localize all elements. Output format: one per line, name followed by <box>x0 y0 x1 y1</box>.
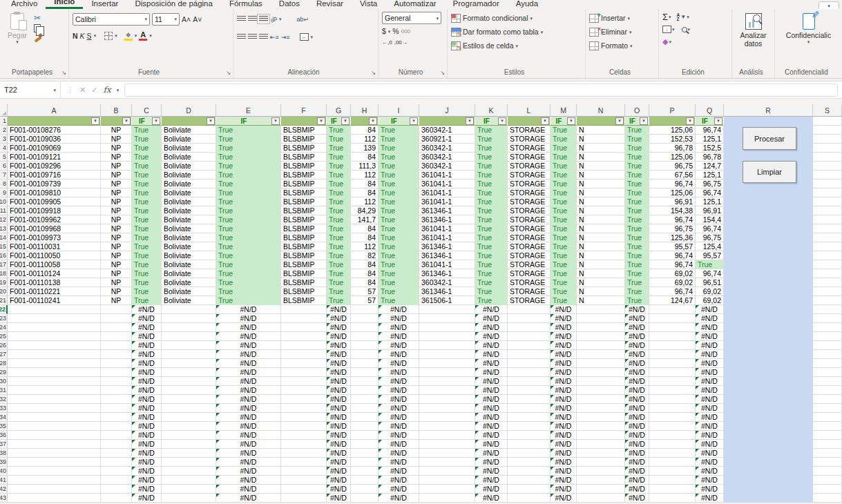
cell-C17[interactable]: True <box>132 260 162 269</box>
row-header-4[interactable]: 4 <box>0 144 8 153</box>
cell-O19[interactable]: True <box>625 278 649 287</box>
cell-M36[interactable]: #N/D <box>551 431 577 440</box>
cell-I39[interactable]: #N/D <box>379 458 419 467</box>
cell-K9[interactable]: True <box>475 188 508 197</box>
cell-J16[interactable]: 361346-1 <box>419 251 475 260</box>
cell-M32[interactable]: #N/D <box>551 395 577 404</box>
cell-P8[interactable]: 96,74 <box>649 180 696 188</box>
cell-B17[interactable]: NP <box>101 260 132 269</box>
cell-P13[interactable]: 96,75 <box>649 224 696 233</box>
cell-D22[interactable] <box>162 305 216 314</box>
filter-button-A[interactable]: ▼ <box>91 117 99 125</box>
cell-L38[interactable] <box>508 449 551 458</box>
cell-E10[interactable]: True <box>216 197 281 206</box>
cell-B23[interactable] <box>101 314 132 323</box>
cell-A18[interactable]: F001-00110124 <box>8 269 101 278</box>
cell-Q26[interactable]: #N/D <box>696 341 724 350</box>
cell-N10[interactable]: N <box>577 197 625 206</box>
cell-P5[interactable]: 125,06 <box>649 153 696 162</box>
ribbon-tab-inicio[interactable]: Inicio <box>46 0 83 9</box>
cell-H33[interactable] <box>351 404 379 413</box>
row-header-35[interactable]: 35 <box>0 422 8 431</box>
cell-H2[interactable]: 84 <box>351 126 379 135</box>
cell-L43[interactable] <box>508 494 551 503</box>
cell-C32[interactable]: #N/D <box>132 395 162 404</box>
orientation-icon[interactable]: ab <box>269 14 278 24</box>
cell-N17[interactable]: N <box>577 260 625 269</box>
cell-S4[interactable] <box>813 144 842 153</box>
cell-N34[interactable] <box>577 413 625 422</box>
cell-Q16[interactable]: 95,57 <box>696 251 724 260</box>
cell-M22[interactable]: #N/D <box>551 305 577 314</box>
cell-Q40[interactable]: #N/D <box>696 467 724 476</box>
cell-M2[interactable]: True <box>551 126 577 135</box>
cell-Q36[interactable]: #N/D <box>696 431 724 440</box>
cell-L13[interactable]: STORAGE <box>508 224 551 233</box>
cell-D31[interactable] <box>162 386 216 395</box>
cell-K30[interactable]: #N/D <box>475 377 508 386</box>
cell-O3[interactable]: True <box>625 135 649 144</box>
cell-G30[interactable]: #N/D <box>327 377 351 386</box>
cell-I18[interactable]: True <box>379 269 419 278</box>
cell-H3[interactable]: 112 <box>351 135 379 144</box>
cell-A4[interactable]: F001-00109069 <box>8 144 101 153</box>
cell-M43[interactable]: #N/D <box>551 494 577 503</box>
cell-Q14[interactable]: 96,75 <box>696 233 724 242</box>
cell-P30[interactable] <box>649 377 696 386</box>
cell-E43[interactable]: #N/D <box>216 494 281 503</box>
cell-J6[interactable]: 360342-1 <box>419 162 475 171</box>
header-cell-N[interactable]: ▼ <box>577 117 625 126</box>
currency-chevron-icon[interactable]: ▾ <box>388 29 391 34</box>
cell-Q2[interactable]: 96,74 <box>696 126 724 135</box>
cell-Q13[interactable]: 96,74 <box>696 224 724 233</box>
cell-B34[interactable] <box>101 413 132 422</box>
cell-K28[interactable]: #N/D <box>475 359 508 368</box>
cell-O6[interactable]: True <box>625 162 649 171</box>
cell-G21[interactable]: True <box>327 296 351 305</box>
cell-F8[interactable]: BLSBMIP <box>281 180 327 188</box>
cell-Q33[interactable]: #N/D <box>696 404 724 413</box>
cell-M5[interactable]: True <box>551 153 577 162</box>
cell-D29[interactable] <box>162 368 216 377</box>
column-header-R[interactable]: R <box>724 104 813 117</box>
cell-O25[interactable]: #N/D <box>625 332 649 341</box>
cell-Q6[interactable]: 124,7 <box>696 162 724 171</box>
cell-B25[interactable] <box>101 332 132 341</box>
cell-M37[interactable]: #N/D <box>551 440 577 449</box>
cell-S24[interactable] <box>813 323 842 332</box>
cell-M26[interactable]: #N/D <box>551 341 577 350</box>
cell-K41[interactable]: #N/D <box>475 476 508 485</box>
cell-A17[interactable]: F001-00110058 <box>8 260 101 269</box>
cell-G29[interactable]: #N/D <box>327 368 351 377</box>
cell-Q21[interactable]: 69,02 <box>696 296 724 305</box>
header-cell-O[interactable]: IF▼ <box>625 117 649 126</box>
filter-button-I[interactable]: ▼ <box>410 117 418 125</box>
cell-A15[interactable]: F001-00110031 <box>8 242 101 251</box>
cell-L25[interactable] <box>508 332 551 341</box>
cell-J36[interactable] <box>419 431 475 440</box>
cell-F17[interactable]: BLSBMIP <box>281 260 327 269</box>
cell-H35[interactable] <box>351 422 379 431</box>
cell-D19[interactable]: Boliviate <box>162 278 216 287</box>
header-cell-J[interactable]: ▼ <box>419 117 475 126</box>
cell-O22[interactable]: #N/D <box>625 305 649 314</box>
cell-styles-button[interactable]: ✎ Estilos de celda▾ <box>451 40 582 51</box>
column-header-G[interactable]: G <box>327 104 351 117</box>
cell-K29[interactable]: #N/D <box>475 368 508 377</box>
cell-L31[interactable] <box>508 386 551 395</box>
column-header-F[interactable]: F <box>281 104 327 117</box>
cell-J18[interactable]: 361346-1 <box>419 269 475 278</box>
cell-L26[interactable] <box>508 341 551 350</box>
cell-S17[interactable] <box>813 260 842 269</box>
cell-C6[interactable]: True <box>132 162 162 171</box>
cell-F11[interactable]: BLSBMIP <box>281 206 327 215</box>
cell-O34[interactable]: #N/D <box>625 413 649 422</box>
cell-J25[interactable] <box>419 332 475 341</box>
cell-N3[interactable]: N <box>577 135 625 144</box>
cell-B28[interactable] <box>101 359 132 368</box>
cell-P40[interactable] <box>649 467 696 476</box>
cell-B7[interactable]: NP <box>101 171 132 180</box>
cell-S13[interactable] <box>813 224 842 233</box>
header-cell-I[interactable]: IF▼ <box>379 117 419 126</box>
cell-H10[interactable]: 112 <box>351 197 379 206</box>
